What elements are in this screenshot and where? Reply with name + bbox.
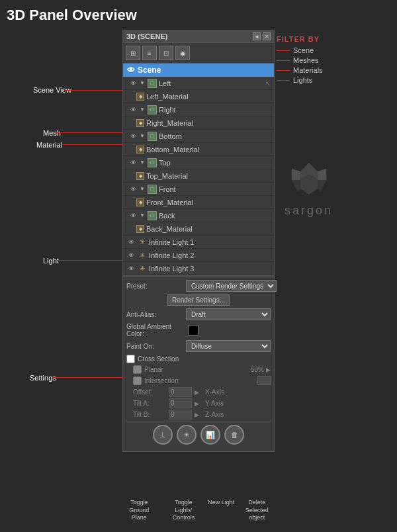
mat-icon-left: ◆ (136, 93, 144, 101)
panel-title: 3D (SCENE) (126, 32, 167, 40)
layer-label-bottom: Bottom (159, 132, 182, 140)
offset-input[interactable] (169, 387, 192, 397)
eye-icon-light1: 👁 (126, 238, 136, 247)
global-ambient-row: Global Ambient Color: (126, 323, 271, 337)
scene-row[interactable]: 👁 Scene (123, 64, 274, 77)
tilt-a-row: Tilt A: ▶ Y-Axis (133, 398, 271, 408)
label-toggle-ground: Toggle Ground Plane (122, 499, 156, 522)
titlebar-close[interactable]: ✕ (263, 32, 271, 40)
tilt-b-label: Tilt B: (133, 411, 166, 418)
filter-items: Scene Meshes Materials Lights (277, 46, 323, 84)
layer-row-front-mat[interactable]: ◆ Front_Material (123, 196, 274, 209)
layer-row-bottom[interactable]: 👁 ▼ □ Bottom (123, 130, 274, 143)
eye-icon-scene: 👁 (126, 66, 136, 75)
cross-section-checkbox[interactable] (126, 355, 135, 363)
layer-label-light1: Infinite Light 1 (149, 238, 195, 246)
annotation-light: Light (43, 257, 59, 265)
layer-label-right: Right (159, 106, 176, 114)
layer-label-back: Back (159, 212, 175, 220)
layer-row-top-mat[interactable]: ◆ Top_Material (123, 169, 274, 183)
toggle-lights-btn[interactable]: ☀ (177, 425, 197, 445)
preset-row: Preset: Custom Render Settings (126, 280, 271, 292)
planar-checkbox[interactable] (133, 365, 142, 374)
filter-lights[interactable]: Lights (277, 76, 323, 84)
settings-section: Preset: Custom Render Settings Render Se… (123, 275, 274, 451)
filter-by-section: FILTER BY Scene Meshes Materials Lights (277, 35, 323, 86)
layer-row-top[interactable]: 👁 ▼ □ Top (123, 156, 274, 169)
svg-marker-4 (318, 180, 326, 192)
bottom-labels-row: Toggle Ground Plane Toggle Lights' Contr… (122, 499, 275, 522)
toolbar-btn-4[interactable]: ◉ (175, 46, 190, 60)
intersection-swatch[interactable] (257, 376, 271, 385)
scene-label: Scene (138, 66, 161, 75)
layer-label-light3: Infinite Light 3 (149, 265, 195, 273)
bottom-toolbar: ⊥ ☀ 📊 🗑 (126, 421, 271, 448)
layer-label-back-mat: Back_Material (146, 225, 193, 233)
paint-on-select[interactable]: Diffuse (186, 340, 271, 352)
mat-icon-bottom: ◆ (136, 146, 144, 154)
intersection-checkbox[interactable] (133, 377, 142, 385)
cursor-icon: ↖ (265, 80, 271, 87)
layer-label-top-mat: Top_Material (146, 172, 188, 180)
render-settings-row: Render Settings... (126, 294, 271, 306)
anti-alias-select[interactable]: Draft (186, 308, 271, 320)
panel-titlebar: 3D (SCENE) ◄ ✕ (123, 30, 274, 43)
toggle-ground-plane-btn[interactable]: ⊥ (153, 425, 173, 445)
layer-row-light1[interactable]: 👁 ✳ Infinite Light 1 (123, 236, 274, 249)
render-settings-btn[interactable]: Render Settings... (167, 294, 230, 306)
annotation-mesh: Mesh (43, 129, 61, 137)
global-ambient-label: Global Ambient Color: (126, 323, 186, 337)
toolbar-btn-2[interactable]: ≡ (142, 46, 157, 60)
layer-row-light2[interactable]: 👁 ✳ Infinite Light 2 (123, 249, 274, 262)
layer-row-front[interactable]: 👁 ▼ □ Front (123, 183, 274, 196)
filter-materials[interactable]: Materials (277, 66, 323, 74)
planar-pct: 50% (251, 366, 264, 373)
arrow-left: ▼ (140, 80, 146, 87)
layer-label-bottom-mat: Bottom_Material (146, 146, 199, 154)
filter-scene[interactable]: Scene (277, 46, 323, 54)
mat-icon-right: ◆ (136, 119, 144, 127)
paint-on-row: Paint On: Diffuse (126, 340, 271, 352)
eye-icon-back: 👁 (128, 211, 138, 220)
layer-label-front-mat: Front_Material (146, 199, 193, 206)
filter-meshes[interactable]: Meshes (277, 56, 323, 64)
mesh-icon-back: □ (148, 211, 157, 220)
layer-row-right-mat[interactable]: ◆ Right_Material (123, 116, 274, 130)
eye-icon-top: 👁 (128, 158, 138, 167)
panel-3d-scene: 3D (SCENE) ◄ ✕ ⊞ ≡ ⊡ ◉ 👁 Scene 👁 ▼ □ Lef… (122, 30, 275, 452)
mat-icon-top: ◆ (136, 172, 144, 180)
eye-icon-light2: 👁 (126, 251, 136, 260)
tilt-b-row: Tilt B: ▶ Z-Axis (133, 410, 271, 420)
layer-row-back-mat[interactable]: ◆ Back_Material (123, 222, 274, 236)
delete-selected-btn[interactable]: 🗑 (224, 425, 244, 445)
layer-label-right-mat: Right_Material (146, 119, 193, 127)
layer-label-front: Front (159, 185, 176, 193)
svg-marker-1 (318, 169, 326, 181)
intersection-label: Intersection (144, 377, 179, 384)
panel-toolbar: ⊞ ≡ ⊡ ◉ (123, 43, 274, 64)
offset-label: Offset: (133, 388, 166, 396)
layer-row-bottom-mat[interactable]: ◆ Bottom_Material (123, 143, 274, 156)
eye-icon-bottom: 👁 (128, 132, 138, 141)
preset-select[interactable]: Custom Render Settings (186, 280, 277, 292)
offset-arrow: ▶ (195, 389, 199, 396)
layer-row-right[interactable]: 👁 ▼ □ Right (123, 103, 274, 116)
titlebar-minimize[interactable]: ◄ (253, 32, 261, 40)
sargon-text: sargon (285, 204, 333, 218)
eye-icon-front: 👁 (128, 185, 138, 194)
cross-section-row: Cross Section (126, 355, 271, 363)
layer-row-left[interactable]: 👁 ▼ □ Left ↖ (123, 77, 274, 90)
layer-label-light2: Infinite Light 2 (149, 251, 195, 259)
new-light-btn[interactable]: 📊 (200, 425, 220, 445)
layer-row-left-mat[interactable]: ◆ Left_Material (123, 90, 274, 103)
layer-label-left: Left (159, 79, 171, 87)
tilt-a-input[interactable] (169, 398, 192, 408)
layer-row-back[interactable]: 👁 ▼ □ Back (123, 209, 274, 222)
mat-icon-back: ◆ (136, 225, 144, 233)
layer-row-light3[interactable]: 👁 ✳ Infinite Light 3 (123, 262, 274, 275)
toolbar-btn-1[interactable]: ⊞ (126, 46, 140, 60)
toolbar-btn-3[interactable]: ⊡ (159, 46, 173, 60)
titlebar-controls: ◄ ✕ (253, 32, 271, 40)
tilt-b-input[interactable] (169, 410, 192, 420)
global-ambient-color-swatch[interactable] (188, 325, 198, 335)
